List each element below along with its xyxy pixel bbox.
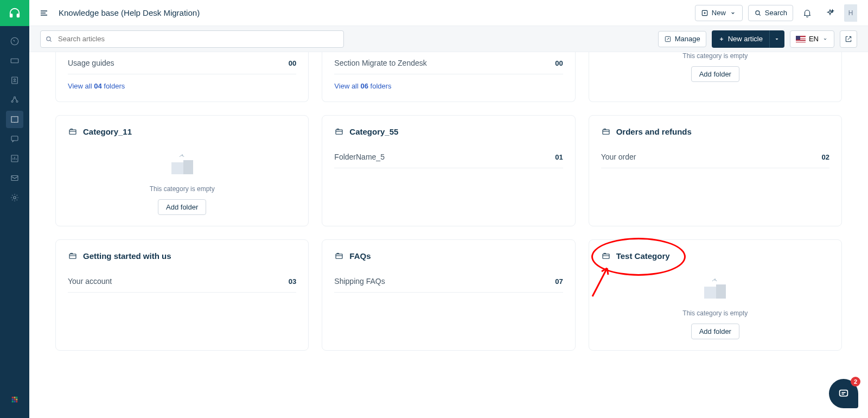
app-logo[interactable] [0, 0, 29, 26]
empty-text: This category is empty [682, 52, 748, 60]
svg-rect-1 [17, 14, 20, 17]
category-title: Getting started with us [83, 251, 171, 261]
folder-name: Your order [601, 153, 636, 161]
folder-name: FolderName_5 [334, 153, 385, 161]
svg-point-5 [14, 79, 16, 80]
search-articles-input-wrapper [40, 30, 344, 48]
category-title: Orders and refunds [616, 127, 692, 136]
avatar[interactable]: H [844, 4, 857, 22]
svg-rect-17 [14, 399, 16, 401]
toolbar: Manage New article EN [29, 26, 868, 52]
svg-rect-14 [14, 397, 16, 398]
svg-point-23 [756, 10, 760, 14]
apps-icon [10, 395, 20, 404]
category-icon [601, 126, 611, 136]
category-header[interactable]: Category_11 [68, 126, 296, 136]
folder-row[interactable]: Section Migrate to Zendesk 00 [334, 52, 563, 74]
category-header[interactable]: Orders and refunds [601, 126, 829, 136]
folder-count: 00 [555, 59, 563, 67]
svg-rect-16 [12, 399, 14, 401]
chat-widget[interactable]: 2 [829, 379, 858, 408]
new-button-label: New [712, 9, 726, 17]
sidebar-item-solutions[interactable] [6, 111, 23, 128]
svg-rect-32 [336, 254, 342, 258]
svg-rect-35 [716, 284, 726, 299]
category-header[interactable]: FAQs [334, 251, 563, 261]
category-header[interactable]: Test Category [601, 251, 829, 261]
sparkle-icon [825, 8, 835, 18]
folder-name: Your account [68, 277, 112, 286]
open-external-button[interactable] [840, 30, 857, 48]
sidebar-item-apps[interactable] [6, 391, 23, 408]
svg-rect-3 [11, 59, 18, 63]
language-selector[interactable]: EN [790, 30, 834, 48]
search-icon [754, 9, 762, 17]
chat-badge: 2 [851, 377, 860, 387]
new-button[interactable]: New [695, 5, 743, 21]
sparkle-button[interactable] [821, 4, 839, 22]
sidebar-item-admin[interactable] [6, 189, 23, 206]
new-article-button[interactable]: New article [712, 30, 784, 48]
sidebar-item-tickets[interactable] [6, 52, 23, 69]
mail-icon [10, 173, 20, 183]
category-title: Category_55 [349, 127, 398, 136]
svg-rect-26 [69, 130, 76, 134]
category-header[interactable]: Getting started with us [68, 251, 296, 261]
sidebar-item-dashboard[interactable] [6, 33, 23, 50]
page-title: Knowledge base (Help Desk Migration) [59, 8, 200, 17]
notifications-button[interactable] [799, 4, 816, 22]
chat-icon [10, 134, 20, 144]
folder-count: 02 [822, 153, 829, 161]
svg-rect-0 [10, 14, 12, 17]
add-folder-button[interactable]: Add folder [691, 324, 739, 339]
gauge-icon [10, 36, 20, 46]
category-card-partial-1: Usage guides 00 View all 04 folders [55, 52, 309, 102]
sidebar-item-analytics[interactable] [6, 150, 23, 167]
svg-point-8 [16, 101, 18, 103]
manage-button[interactable]: Manage [658, 31, 706, 47]
new-article-dropdown[interactable] [769, 30, 784, 48]
svg-rect-31 [69, 254, 76, 258]
folder-count: 01 [555, 153, 563, 161]
view-all-link[interactable]: View all 06 folders [334, 82, 391, 90]
svg-point-24 [47, 36, 50, 40]
add-folder-button[interactable]: Add folder [158, 199, 206, 215]
manage-button-label: Manage [675, 35, 700, 43]
svg-rect-13 [12, 397, 14, 398]
svg-rect-20 [14, 401, 16, 402]
search-button-label: Search [765, 9, 787, 17]
hamburger-icon[interactable] [39, 8, 49, 18]
search-icon [45, 35, 53, 43]
search-button[interactable]: Search [748, 5, 793, 21]
folder-row[interactable]: Your order 02 [601, 146, 829, 168]
folder-name: Section Migrate to Zendesk [334, 59, 426, 67]
gear-icon [10, 193, 20, 202]
search-articles-input[interactable] [40, 30, 344, 48]
content-area: Usage guides 00 View all 04 folders Sect… [29, 52, 868, 418]
sidebar-item-forums[interactable] [6, 130, 23, 148]
empty-text: This category is empty [682, 309, 748, 317]
book-icon [10, 115, 20, 124]
folder-row[interactable]: Usage guides 00 [68, 52, 296, 74]
sidebar [0, 0, 29, 418]
folder-row[interactable]: Shipping FAQs 07 [334, 270, 563, 293]
sidebar-item-social[interactable] [6, 91, 23, 109]
svg-rect-19 [12, 401, 14, 402]
svg-point-7 [11, 101, 13, 103]
add-folder-button[interactable]: Add folder [691, 66, 739, 82]
sidebar-item-mail[interactable] [6, 169, 23, 187]
category-icon [334, 251, 344, 261]
plus-box-icon [701, 9, 709, 17]
category-header[interactable]: Category_55 [334, 126, 563, 136]
svg-rect-18 [16, 399, 17, 401]
folder-row[interactable]: Your account 03 [68, 270, 296, 293]
category-title: FAQs [349, 251, 371, 261]
sidebar-item-contacts[interactable] [6, 72, 23, 89]
nodes-icon [10, 95, 20, 105]
empty-box-icon [166, 146, 199, 179]
folder-name: Shipping FAQs [334, 277, 385, 286]
category-title: Category_11 [83, 127, 132, 136]
chevron-down-icon [822, 36, 828, 42]
folder-row[interactable]: FolderName_5 01 [334, 146, 563, 168]
view-all-link[interactable]: View all 04 folders [68, 82, 125, 90]
